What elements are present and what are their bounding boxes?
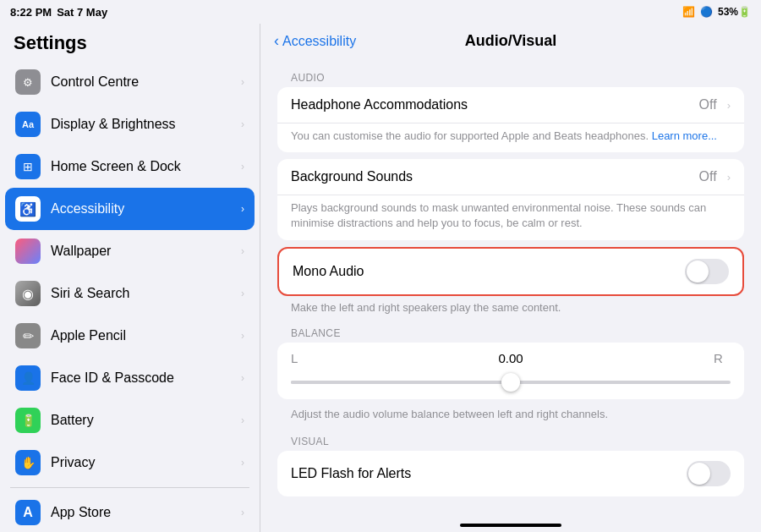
chevron-icon: › [241, 118, 244, 130]
sidebar-item-control-centre[interactable]: ⚙ Control Centre › [5, 61, 255, 103]
chevron-icon: › [241, 245, 244, 257]
chevron-icon: › [241, 372, 244, 384]
led-flash-group: LED Flash for Alerts [277, 451, 744, 496]
home-indicator [460, 524, 561, 527]
chevron-icon: › [241, 507, 244, 518]
background-sounds-label: Background Sounds [291, 169, 693, 184]
balance-group: L 0.00 R [277, 343, 744, 399]
battery-indicator: 53%🔋 [718, 6, 751, 18]
display-brightness-icon: Aa [15, 112, 41, 137]
content-title: Audio/Visual [465, 32, 557, 50]
audio-section-label: AUDIO [277, 65, 744, 87]
content-area: ‹ Accessibility Audio/Visual AUDIO Headp… [260, 24, 761, 532]
sidebar-label-appstore: App Store [51, 505, 231, 520]
led-flash-label: LED Flash for Alerts [291, 466, 680, 481]
chevron-icon: › [241, 330, 244, 342]
sidebar-label-wallpaper: Wallpaper [51, 244, 231, 259]
status-time: 8:22 PM [10, 6, 52, 19]
headphone-chevron-icon: › [727, 99, 731, 112]
bluetooth-icon: 🔵 [700, 6, 713, 18]
sidebar-title: Settings [0, 24, 260, 61]
siri-icon: ◉ [15, 281, 41, 306]
chevron-icon: › [241, 457, 244, 469]
chevron-icon: › [241, 161, 244, 173]
sidebar-label-accessibility: Accessibility [51, 201, 231, 217]
sidebar-item-apple-pencil[interactable]: ✏ Apple Pencil › [5, 315, 255, 357]
sidebar-label-privacy: Privacy [51, 455, 231, 470]
sidebar-item-accessibility[interactable]: ♿ Accessibility › [5, 188, 255, 230]
wifi-icon: 📶 [682, 6, 695, 18]
slider-fill [291, 381, 511, 384]
led-flash-row[interactable]: LED Flash for Alerts [277, 451, 744, 496]
sidebar-label-battery: Battery [51, 413, 231, 428]
appstore-icon: A [15, 500, 41, 525]
learn-more-link[interactable]: Learn more... [652, 129, 717, 142]
sidebar-item-battery[interactable]: 🔋 Battery › [5, 399, 255, 442]
balance-labels-row: L 0.00 R [291, 351, 731, 365]
main-container: Settings ⚙ Control Centre › Aa Display &… [0, 24, 761, 532]
sidebar-list: ⚙ Control Centre › Aa Display & Brightne… [0, 61, 260, 532]
faceid-icon: 👤 [15, 365, 41, 391]
sidebar-item-home-screen[interactable]: ⊞ Home Screen & Dock › [5, 145, 255, 188]
sidebar-label-home-screen: Home Screen & Dock [51, 159, 231, 174]
slider-thumb[interactable] [501, 373, 520, 392]
battery-icon: 🔋 [15, 408, 41, 433]
back-button[interactable]: ‹ Accessibility [274, 32, 356, 50]
sidebar-item-siri-search[interactable]: ◉ Siri & Search › [5, 272, 255, 315]
chevron-icon: › [241, 288, 244, 299]
balance-description: Adjust the audio volume balance between … [277, 406, 744, 429]
headphone-group: Headphone Accommodations Off › You can c… [277, 87, 744, 152]
balance-value: 0.00 [498, 351, 523, 365]
sidebar-label-control-centre: Control Centre [51, 74, 231, 90]
background-sounds-row[interactable]: Background Sounds Off › [277, 159, 744, 195]
sidebar-item-wallpaper[interactable]: Wallpaper › [5, 230, 255, 272]
balance-right-label: R [714, 351, 731, 365]
sidebar-label-faceid: Face ID & Passcode [51, 370, 231, 386]
chevron-icon: › [241, 76, 244, 88]
background-sounds-group: Background Sounds Off › Plays background… [277, 159, 744, 239]
accessibility-icon: ♿ [15, 196, 41, 222]
balance-section-label: BALANCE [277, 321, 744, 343]
sidebar-item-appstore[interactable]: A App Store › [5, 491, 255, 532]
back-label: Accessibility [282, 34, 356, 49]
status-bar: 8:22 PM Sat 7 May 📶 🔵 53%🔋 [0, 0, 761, 24]
privacy-icon: ✋ [15, 450, 41, 475]
chevron-icon: › [241, 203, 244, 215]
sidebar-label-apple-pencil: Apple Pencil [51, 328, 231, 343]
headphone-row[interactable]: Headphone Accommodations Off › [277, 87, 744, 123]
back-chevron-icon: ‹ [274, 32, 279, 50]
headphone-value: Off [699, 97, 717, 112]
mono-audio-description: Make the left and right speakers play th… [277, 299, 744, 321]
wallpaper-icon [15, 239, 41, 264]
control-centre-icon: ⚙ [15, 69, 41, 95]
home-screen-icon: ⊞ [15, 154, 41, 179]
sidebar-item-privacy[interactable]: ✋ Privacy › [5, 442, 255, 484]
sidebar-divider-1 [10, 487, 249, 488]
apple-pencil-icon: ✏ [15, 323, 41, 348]
mono-audio-toggle[interactable] [685, 259, 729, 284]
sidebar: Settings ⚙ Control Centre › Aa Display &… [0, 24, 260, 532]
sidebar-item-faceid[interactable]: 👤 Face ID & Passcode › [5, 357, 255, 399]
content-scroll: AUDIO Headphone Accommodations Off › You… [260, 58, 761, 518]
sidebar-item-display-brightness[interactable]: Aa Display & Brightness › [5, 103, 255, 145]
mono-audio-label: Mono Audio [293, 264, 678, 279]
chevron-icon: › [241, 414, 244, 426]
balance-slider[interactable] [291, 374, 731, 391]
headphone-description: You can customise the audio for supporte… [277, 123, 744, 152]
balance-left-label: L [291, 351, 308, 365]
sidebar-label-display-brightness: Display & Brightness [51, 117, 231, 132]
mono-audio-toggle-thumb [687, 261, 709, 282]
mono-audio-row[interactable]: Mono Audio [279, 249, 742, 294]
slider-track [291, 381, 731, 384]
background-sounds-value: Off [699, 169, 717, 184]
led-flash-toggle-thumb [688, 463, 710, 485]
led-flash-toggle[interactable] [687, 461, 731, 486]
mono-audio-group: Mono Audio [277, 247, 744, 296]
visual-section-label: VISUAL [277, 429, 744, 451]
status-day: Sat 7 May [57, 6, 107, 19]
background-sounds-description: Plays background sounds to mask unwanted… [277, 195, 744, 239]
background-sounds-chevron-icon: › [727, 171, 731, 184]
headphone-label: Headphone Accommodations [291, 97, 693, 112]
content-header: ‹ Accessibility Audio/Visual [260, 24, 761, 58]
sidebar-label-siri-search: Siri & Search [51, 286, 231, 301]
